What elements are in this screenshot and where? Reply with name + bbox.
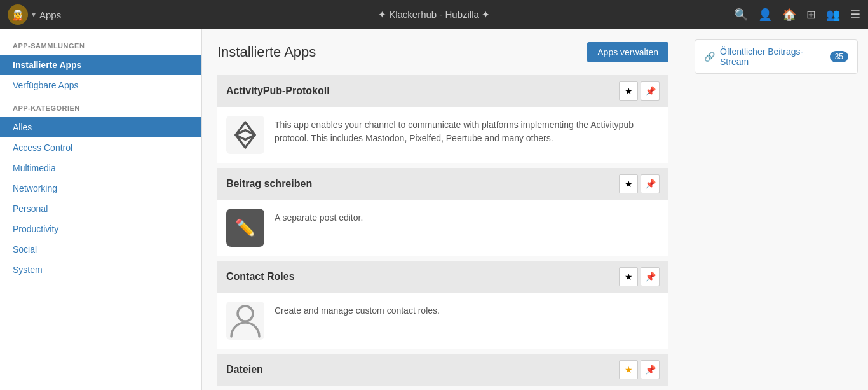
content-area: Installierte Apps Apps verwalten Activit… [202, 29, 684, 390]
site-title: ✦ Klackerhub - Hubzilla ✦ [378, 9, 490, 20]
hamburger-icon[interactable]: ☰ [850, 8, 860, 22]
app-title-dateien: Dateien [226, 364, 263, 375]
contact-roles-icon [226, 302, 264, 340]
sidebar-item-access-control[interactable]: Access Control [0, 137, 201, 158]
sidebar-item-personal[interactable]: Personal [0, 198, 201, 219]
sidebar-item-installed[interactable]: Installierte Apps [0, 55, 201, 75]
app-card-activitypub: ActivityPub-Protokoll ★ 📌 This app enabl… [217, 75, 668, 163]
app-body-activitypub: This app enables your channel to communi… [217, 107, 668, 163]
svg-marker-1 [236, 135, 255, 148]
sidebar-item-system[interactable]: System [0, 260, 201, 280]
stream-badge: 35 [830, 51, 848, 62]
star-button-post-editor[interactable]: ★ [619, 174, 638, 193]
app-desc-post-editor: A separate post editor. [275, 209, 363, 225]
stream-link[interactable]: Öffentlicher Beitrags-Stream [720, 46, 830, 67]
home-icon[interactable]: 🏠 [782, 8, 796, 22]
user-icon[interactable]: 👤 [758, 8, 772, 22]
post-editor-icon: ✏️ [226, 209, 264, 247]
svg-point-2 [238, 306, 253, 321]
app-card-header-activitypub: ActivityPub-Protokoll ★ 📌 [217, 75, 668, 107]
sidebar-item-social[interactable]: Social [0, 239, 201, 260]
content-header: Installierte Apps Apps verwalten [217, 42, 668, 62]
app-actions-contact-roles: ★ 📌 [619, 267, 660, 286]
app-desc-activitypub: This app enables your channel to communi… [275, 116, 660, 145]
collections-title: APP-SAMMLUNGEN [0, 42, 201, 55]
app-body-post-editor: ✏️ A separate post editor. [217, 200, 668, 256]
app-title-activitypub: ActivityPub-Protokoll [226, 85, 330, 97]
pin-button-dateien[interactable]: 📌 [641, 360, 660, 379]
app-body-contact-roles: Create and manage custom contact roles. [217, 293, 668, 349]
sidebar-item-alles[interactable]: Alles [0, 117, 201, 137]
dropdown-icon[interactable]: ▾ [32, 10, 36, 19]
app-card-post-editor: Beitrag schreiben ★ 📌 ✏️ A separate post… [217, 168, 668, 256]
app-card-header-dateien: Dateien ★ 📌 [217, 354, 668, 386]
app-actions-activitypub: ★ 📌 [619, 81, 660, 101]
sidebar-item-multimedia[interactable]: Multimedia [0, 158, 201, 178]
navbar: 🧝 ▾ Apps ✦ Klackerhub - Hubzilla ✦ 🔍 👤 🏠… [0, 0, 868, 29]
svg-marker-0 [236, 122, 255, 135]
pin-button-contact-roles[interactable]: 📌 [641, 267, 660, 286]
sidebar: APP-SAMMLUNGEN Installierte Apps Verfügb… [0, 29, 202, 390]
apps-label: Apps [39, 10, 61, 20]
categories-title: APP-KATEGORIEN [0, 104, 201, 117]
search-icon[interactable]: 🔍 [734, 8, 748, 22]
navbar-right: 🔍 👤 🏠 ⊞ 👥 ☰ [734, 8, 860, 22]
stream-link-icon: 🔗 [704, 52, 715, 62]
activitypub-icon [226, 116, 264, 154]
pin-button-activitypub[interactable]: 📌 [641, 81, 660, 101]
app-title-post-editor: Beitrag schreiben [226, 178, 312, 190]
pin-button-post-editor[interactable]: 📌 [641, 174, 660, 193]
sidebar-item-networking[interactable]: Networking [0, 178, 201, 198]
content-title: Installierte Apps [217, 44, 316, 60]
app-title-contact-roles: Contact Roles [226, 271, 295, 282]
navbar-left: 🧝 ▾ Apps [8, 4, 109, 25]
star-button-activitypub[interactable]: ★ [619, 81, 638, 101]
site-title-text: ✦ Klackerhub - Hubzilla ✦ [378, 9, 490, 20]
post-editor-icon-inner: ✏️ [226, 209, 264, 247]
app-card-header-post-editor: Beitrag schreiben ★ 📌 [217, 168, 668, 200]
stream-box: 🔗 Öffentlicher Beitrags-Stream 35 [695, 39, 858, 74]
main-layout: APP-SAMMLUNGEN Installierte Apps Verfügb… [0, 29, 868, 390]
app-actions-dateien: ★ 📌 [619, 360, 660, 379]
sidebar-item-available[interactable]: Verfügbare Apps [0, 75, 201, 95]
right-panel: 🔗 Öffentlicher Beitrags-Stream 35 [684, 29, 868, 390]
people-icon[interactable]: 👥 [826, 8, 840, 22]
app-desc-contact-roles: Create and manage custom contact roles. [275, 302, 440, 317]
grid-icon[interactable]: ⊞ [806, 8, 816, 22]
app-card-contact-roles: Contact Roles ★ 📌 Create and manage cust… [217, 261, 668, 349]
star-button-dateien[interactable]: ★ [619, 360, 638, 379]
app-card-header-contact-roles: Contact Roles ★ 📌 [217, 261, 668, 293]
star-button-contact-roles[interactable]: ★ [619, 267, 638, 286]
stream-box-left: 🔗 Öffentlicher Beitrags-Stream [704, 46, 830, 67]
app-card-dateien: Dateien ★ 📌 [217, 354, 668, 386]
avatar[interactable]: 🧝 [8, 4, 28, 25]
manage-apps-button[interactable]: Apps verwalten [587, 42, 668, 62]
sidebar-item-productivity[interactable]: Productivity [0, 219, 201, 239]
app-actions-post-editor: ★ 📌 [619, 174, 660, 193]
